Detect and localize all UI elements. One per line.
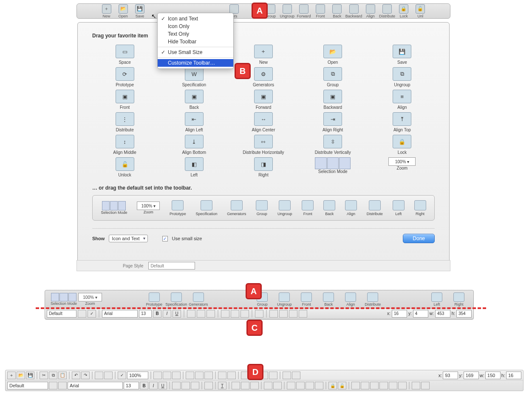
tb-save[interactable]: 💾Save <box>131 4 148 18</box>
default-prototype[interactable]: Prototype <box>170 200 186 216</box>
menu-use-small-size[interactable]: Use Small Size <box>158 48 233 56</box>
style-btn-icon[interactable] <box>78 310 86 318</box>
menu-hide-toolbar[interactable]: Hide Toolbar <box>158 38 233 45</box>
undo-icon[interactable]: ↶ <box>72 372 80 379</box>
align-center-icon[interactable] <box>197 310 205 318</box>
default-front[interactable]: Front <box>302 200 314 216</box>
valign-top-icon[interactable] <box>221 310 229 318</box>
italic-icon[interactable]: I <box>149 382 158 389</box>
grid-item-align-bottom[interactable]: ⤓Align Bottom <box>161 135 226 155</box>
tb-front[interactable]: Front <box>312 4 328 18</box>
default-right[interactable]: Right <box>414 200 426 216</box>
grid-item-ungroup[interactable]: ⧉Ungroup <box>370 67 435 87</box>
align-center-icon[interactable] <box>181 382 190 389</box>
zoom-field[interactable]: 100% ▾ <box>78 293 102 301</box>
lock2-icon[interactable]: 🔒 <box>328 382 337 389</box>
align-r-icon[interactable] <box>370 382 379 389</box>
bold-icon[interactable]: B <box>153 310 161 318</box>
grid-item-forward[interactable]: ▣Forward <box>231 90 296 110</box>
tb-new[interactable]: ＋New <box>98 4 115 18</box>
style-select[interactable]: Default <box>47 310 76 318</box>
valign-bot-icon[interactable] <box>241 310 249 318</box>
tb-backward[interactable]: Backward <box>345 4 362 18</box>
line-color-icon[interactable] <box>269 310 278 318</box>
mid-generators[interactable]: Generators <box>187 292 209 307</box>
grid-item-selection-mode[interactable]: Selection Mode <box>300 157 365 177</box>
underline-icon[interactable]: U <box>158 382 167 389</box>
new-icon[interactable]: ＋ <box>7 372 16 379</box>
tb-ungroup[interactable]: Ungroup <box>279 4 295 18</box>
open-icon[interactable]: 📂 <box>17 372 25 379</box>
mid-ungroup[interactable]: Ungroup <box>273 292 295 307</box>
default-distribute[interactable]: Distribute <box>367 200 383 216</box>
grid-item-open[interactable]: 📂Open <box>300 45 365 65</box>
spec-icon[interactable] <box>195 372 204 379</box>
default-ungroup[interactable]: Ungroup <box>277 200 292 216</box>
default-generators[interactable]: Generators <box>227 200 246 216</box>
align-right-icon[interactable] <box>191 382 199 389</box>
style-clear-icon[interactable] <box>58 382 67 389</box>
default-align[interactable]: Align <box>345 200 357 216</box>
valign-top-icon[interactable] <box>232 382 240 389</box>
grid-item-back[interactable]: ▣Back <box>161 90 226 110</box>
mid-selection-mode[interactable]: Selection Mode <box>48 293 79 306</box>
tb-forward[interactable]: Forward <box>295 4 312 18</box>
grid-item-backward[interactable]: ▣Backward <box>300 90 365 110</box>
grid-item-align-right[interactable]: ⇥Align Right <box>300 112 365 132</box>
grid-item-specification[interactable]: WSpecification <box>161 67 226 87</box>
grid-item-group[interactable]: ⧉Group <box>300 67 365 87</box>
grid-item-right[interactable]: ◨Right <box>231 157 296 177</box>
tb-open[interactable]: 📂Open <box>115 4 131 18</box>
mid-prototype[interactable]: Prototype <box>143 292 165 307</box>
redo-icon[interactable]: ↷ <box>81 372 90 379</box>
align-c-icon[interactable] <box>361 382 369 389</box>
mid-right[interactable]: Right <box>448 292 470 307</box>
default-left[interactable]: Left <box>393 200 405 216</box>
text-color-icon[interactable]: T <box>218 382 226 389</box>
x-field[interactable]: 16 <box>392 310 407 318</box>
zoom-select[interactable]: 100% <box>127 372 148 379</box>
mid-front[interactable]: Front <box>295 292 317 307</box>
dist-h-icon[interactable] <box>412 382 420 389</box>
font-size-select[interactable]: 13 <box>139 310 152 318</box>
zoom-field[interactable]: 100% ▾ <box>388 157 416 166</box>
font-select[interactable]: Arial <box>68 382 123 389</box>
tb-unlock[interactable]: 🔓Unl <box>412 4 429 18</box>
font-size-select[interactable]: 13 <box>124 382 139 389</box>
paste-icon[interactable]: 📋 <box>58 372 67 379</box>
grid-item-align-top[interactable]: ⤒Align Top <box>370 112 435 132</box>
line-pattern-icon[interactable] <box>299 310 307 318</box>
italic-icon[interactable]: I <box>163 310 171 318</box>
tb-lock[interactable]: 🔒Lock <box>396 4 412 18</box>
grid-item-align-center[interactable]: ↔Align Center <box>231 112 296 132</box>
grid-item-distribute-vertically[interactable]: ⇳Distribute Vertically <box>300 135 365 155</box>
use-small-checkbox[interactable]: ✓ <box>162 236 168 241</box>
default-selection-mode[interactable]: Selection Mode <box>101 201 127 215</box>
copy-icon[interactable]: ⧉ <box>49 372 57 379</box>
menu-text-only[interactable]: Text Only <box>158 30 233 38</box>
check-icon[interactable]: ✓ <box>88 310 96 318</box>
valign-bot-icon[interactable] <box>250 382 259 389</box>
back-icon[interactable] <box>269 372 277 379</box>
tb-align[interactable]: Align <box>362 4 379 18</box>
line-style-icon[interactable] <box>279 310 288 318</box>
align-drop-icon[interactable] <box>283 372 291 379</box>
left-panel-icon[interactable] <box>95 372 103 379</box>
align-right-icon[interactable] <box>207 310 215 318</box>
grid-item-lock[interactable]: 🔒Lock <box>370 135 435 155</box>
valign-mid-icon[interactable] <box>231 310 239 318</box>
grid-item-zoom[interactable]: 100% ▾Zoom <box>370 157 435 177</box>
line-3-icon[interactable] <box>306 382 314 389</box>
mid-zoom[interactable]: 100% ▾Zoom <box>79 293 101 306</box>
mid-left[interactable]: Left <box>426 292 448 307</box>
style-update-icon[interactable] <box>49 382 57 389</box>
align-b-icon[interactable] <box>398 382 407 389</box>
line-1-icon[interactable] <box>287 382 295 389</box>
grid-item-new[interactable]: ＋New <box>231 45 296 65</box>
tb-back[interactable]: Back <box>329 4 345 18</box>
mid-distribute[interactable]: Distribute <box>362 292 384 307</box>
show-select[interactable]: Icon and Text <box>109 235 147 242</box>
distribute-drop-icon[interactable] <box>292 372 300 379</box>
line-4-icon[interactable] <box>315 382 323 389</box>
valign-mid-icon[interactable] <box>241 382 249 389</box>
